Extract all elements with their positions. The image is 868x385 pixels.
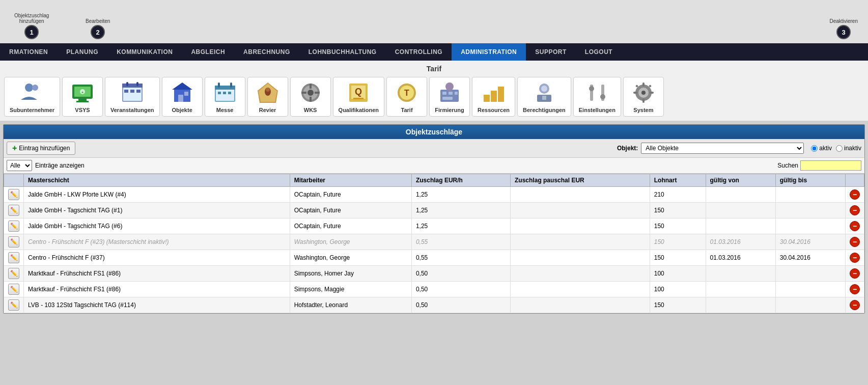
nav-item-administration[interactable]: ADMINISTRATION (452, 43, 526, 61)
svg-point-0 (25, 84, 33, 92)
gueltig-von-cell (706, 297, 775, 313)
lohnart-cell: 100 (650, 282, 706, 297)
objekt-label: Objekt: (617, 145, 638, 152)
delete-button[interactable]: − (850, 253, 860, 263)
delete-cell: − (846, 234, 864, 250)
delete-button[interactable]: − (850, 268, 860, 279)
tarif-icon-einstellungen[interactable]: Einstellungen (573, 77, 621, 117)
svg-point-65 (641, 91, 646, 95)
nav-item-controlling[interactable]: CONTROLLING (386, 43, 452, 61)
radio-group: aktiv inaktiv (811, 145, 861, 152)
zuschlag-pauschal-cell (511, 203, 650, 218)
delete-cell: − (846, 203, 864, 218)
nav-item-logout[interactable]: LOGOUT (576, 43, 622, 61)
table-row: ✏️ Centro - Frühschicht F (#23) (Masters… (4, 234, 864, 250)
entries-select[interactable]: Alle 10 25 50 (7, 160, 32, 171)
tarif-icon-tarif[interactable]: T Tarif (386, 77, 427, 117)
lohnart-cell: 150 (650, 234, 706, 250)
masterschicht-cell: Marktkauf - Frühschicht FS1 (#86) (24, 266, 290, 282)
tarif-icon-subunternehmer[interactable]: Subunternehmer (4, 77, 60, 117)
col-masterschicht[interactable]: Masterschicht (24, 174, 290, 187)
col-mitarbeiter[interactable]: Mitarbeiter (290, 174, 411, 187)
svg-rect-10 (122, 84, 143, 88)
svg-rect-69 (650, 92, 654, 94)
tarif-icon-berechtigungen[interactable]: Berechtigungen (517, 77, 571, 117)
delete-button[interactable]: − (850, 189, 860, 200)
edit-cell: ✏️ (4, 203, 24, 218)
search-input[interactable] (800, 160, 861, 171)
delete-button[interactable]: − (850, 221, 860, 231)
gueltig-von-cell (706, 203, 775, 218)
subunternehmer-label: Subunternehmer (10, 107, 54, 113)
nav-item-informationen[interactable]: RMATIONEN (0, 43, 57, 61)
plus-icon: + (12, 144, 17, 153)
col-gueltig-von[interactable]: gültig von (706, 174, 775, 187)
edit-button[interactable]: ✏️ (8, 205, 19, 216)
tarif-icon-revier[interactable]: Revier (247, 77, 288, 117)
col-zuschlag-pauschal[interactable]: Zuschlag pauschal EUR (511, 174, 650, 187)
edit-button[interactable]: ✏️ (8, 236, 19, 248)
tarif-icon-vsys[interactable]: + VSYS (62, 77, 103, 117)
gueltig-bis-cell: 30.04.2016 (775, 250, 845, 266)
svg-rect-37 (301, 92, 306, 94)
zuschlag-eur-h-cell: 1,25 (411, 203, 510, 218)
table-row: ✏️ Centro - Frühschicht F (#37) Washingt… (4, 250, 864, 266)
svg-rect-12 (136, 82, 138, 86)
edit-cell: ✏️ (4, 250, 24, 266)
masterschicht-cell: Centro - Frühschicht F (#37) (24, 250, 290, 266)
edit-cell: ✏️ (4, 234, 24, 250)
col-zuschlag-eur-h[interactable]: Zuschlag EUR/h (411, 174, 510, 187)
delete-button[interactable]: − (850, 205, 860, 215)
svg-rect-35 (310, 84, 312, 89)
svg-rect-46 (440, 90, 459, 102)
tarif-title: Tarif (4, 65, 864, 73)
annotation-area: Objektzuschlaghinzufügen 1 Bearbeiten 2 … (0, 0, 868, 43)
col-lohnart[interactable]: Lohnart (650, 174, 706, 187)
tarif-icon-ressourcen[interactable]: Ressourcen (472, 77, 515, 117)
col-gueltig-bis[interactable]: gültig bis (775, 174, 845, 187)
nav-item-abrechnung[interactable]: ABRECHNUNG (234, 43, 299, 61)
edit-button[interactable]: ✏️ (8, 221, 19, 232)
nav-item-planung[interactable]: PLANUNG (57, 43, 107, 61)
wks-label: WKS (304, 107, 317, 113)
edit-button[interactable]: ✏️ (8, 189, 19, 200)
svg-rect-18 (178, 95, 183, 102)
edit-button[interactable]: ✏️ (8, 299, 19, 311)
zuschlag-pauschal-cell (511, 297, 650, 313)
objekt-select[interactable]: Alle Objekte (641, 143, 804, 154)
edit-button[interactable]: ✏️ (8, 268, 19, 279)
nav-item-lohnbuchhaltung[interactable]: LOHNBUCHHALTUNG (299, 43, 386, 61)
mitarbeiter-cell: Washington, George (290, 250, 411, 266)
tarif-icon-wks[interactable]: WKS (290, 77, 331, 117)
revier-icon (256, 80, 280, 105)
tarif-icon-qualifikationen[interactable]: Q Qualifikationen (333, 77, 384, 117)
radio-inaktiv[interactable]: inaktiv (836, 145, 861, 152)
tarif-icon-firmierung[interactable]: Firmierung (429, 77, 470, 117)
tarif-icon-system[interactable]: System (623, 77, 664, 117)
tarif-icon-objekte[interactable]: Objekte (162, 77, 203, 117)
svg-rect-13 (124, 90, 128, 93)
delete-button[interactable]: − (850, 237, 860, 247)
tarif-section: Tarif Subunternehmer + VSYS Veranstaltun… (0, 61, 868, 121)
zuschlag-pauschal-cell (511, 234, 650, 250)
mitarbeiter-cell: OCaptain, Future (290, 203, 411, 218)
svg-rect-50 (442, 97, 453, 100)
radio-aktiv[interactable]: aktiv (811, 145, 832, 152)
svg-rect-24 (230, 82, 232, 88)
nav-item-support[interactable]: SUPPORT (526, 43, 576, 61)
add-entry-button[interactable]: + Eintrag hinzufügen (7, 142, 75, 155)
edit-button[interactable]: ✏️ (8, 252, 19, 263)
svg-rect-38 (315, 92, 320, 94)
delete-button[interactable]: − (850, 284, 860, 294)
edit-cell: ✏️ (4, 282, 24, 297)
nav-item-kommunikation[interactable]: KOMMUNIKATION (107, 43, 182, 61)
masterschicht-cell: Marktkauf - Frühschicht FS1 (#86) (24, 282, 290, 297)
edit-button[interactable]: ✏️ (8, 284, 19, 295)
col-delete (846, 174, 864, 187)
delete-button[interactable]: − (850, 300, 860, 310)
nav-item-abgleich[interactable]: ABGLEICH (182, 43, 234, 61)
tarif-icon-messe[interactable]: Messe (205, 77, 245, 117)
entries-label: Einträge anzeigen (35, 162, 85, 169)
svg-rect-23 (218, 82, 220, 88)
tarif-icon-veranstaltungen[interactable]: Veranstaltungen (105, 77, 160, 117)
